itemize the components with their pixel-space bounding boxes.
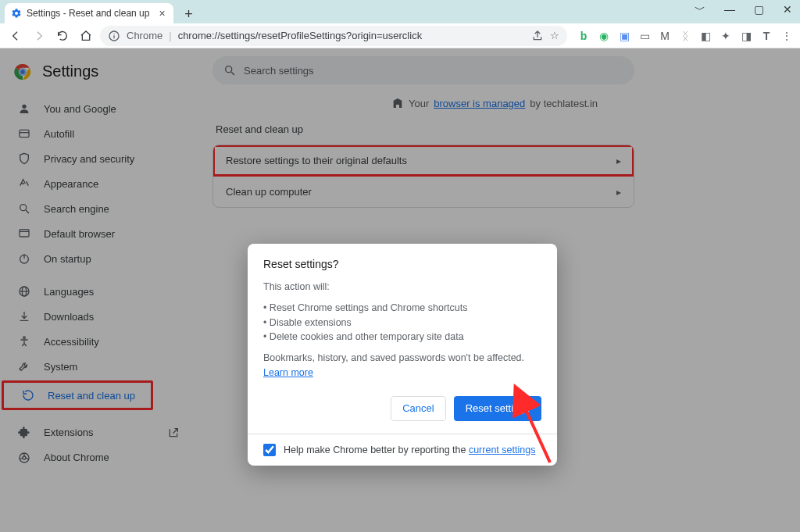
dialog-title: Reset settings? bbox=[263, 258, 541, 270]
svg-point-1 bbox=[113, 33, 114, 34]
maximize-icon[interactable]: ▢ bbox=[754, 3, 764, 17]
reset-settings-dialog: Reset settings? This action will: Reset … bbox=[248, 244, 557, 466]
dialog-bullet: Delete cookies and other temporary site … bbox=[263, 330, 541, 345]
report-text: Help make Chrome better by reporting the… bbox=[284, 445, 535, 455]
report-checkbox[interactable] bbox=[263, 444, 276, 456]
ext-icon[interactable]: T bbox=[759, 30, 773, 42]
home-button[interactable] bbox=[77, 27, 95, 45]
dialog-intro: This action will: bbox=[263, 280, 541, 295]
caret-down-icon[interactable]: ﹀ bbox=[695, 3, 705, 17]
tab-title: Settings - Reset and clean up bbox=[27, 8, 149, 19]
dialog-note: Bookmarks, history, and saved passwords … bbox=[263, 351, 541, 380]
dialog-bullet: Reset Chrome settings and Chrome shortcu… bbox=[263, 301, 541, 316]
tabstrip: Settings - Reset and clean up × + bbox=[0, 0, 800, 23]
url-text: chrome://settings/resetProfileSettings?o… bbox=[178, 30, 423, 41]
extensions-puzzle-icon[interactable]: ✦ bbox=[719, 30, 733, 42]
site-info-icon[interactable] bbox=[108, 30, 120, 42]
address-bar[interactable]: Chrome | chrome://settings/resetProfileS… bbox=[100, 26, 567, 46]
minimize-icon[interactable]: — bbox=[724, 3, 735, 17]
dialog-bullet: Disable extensions bbox=[263, 316, 541, 330]
cancel-button[interactable]: Cancel bbox=[391, 396, 445, 421]
gear-icon bbox=[11, 8, 22, 19]
browser-tab[interactable]: Settings - Reset and clean up × bbox=[5, 3, 173, 23]
reload-button[interactable] bbox=[53, 27, 72, 45]
bookmark-star-icon[interactable]: ☆ bbox=[550, 30, 559, 41]
tab-close-icon[interactable]: × bbox=[159, 7, 165, 20]
ext-icon[interactable]: ◨ bbox=[739, 30, 753, 42]
chrome-menu-icon[interactable]: ⋮ bbox=[780, 30, 794, 42]
learn-more-link[interactable]: Learn more bbox=[263, 367, 313, 378]
forward-button[interactable] bbox=[30, 27, 48, 45]
close-window-icon[interactable]: ✕ bbox=[783, 3, 792, 17]
svg-line-24 bbox=[524, 406, 550, 462]
ext-icon[interactable]: b bbox=[577, 30, 591, 42]
ext-icon[interactable]: ▣ bbox=[617, 30, 631, 42]
ext-icon[interactable]: ◉ bbox=[597, 30, 611, 42]
extensions-toolbar: b ◉ ▣ ▭ M ᛝ ◧ ✦ ◨ T ⋮ bbox=[577, 30, 794, 42]
annotation-arrow bbox=[515, 400, 562, 473]
back-button[interactable] bbox=[6, 27, 25, 45]
ext-icon[interactable]: M bbox=[658, 30, 672, 42]
new-tab-button[interactable]: + bbox=[180, 5, 198, 23]
ext-icon[interactable]: ◧ bbox=[698, 30, 712, 42]
browser-toolbar: Chrome | chrome://settings/resetProfileS… bbox=[0, 23, 800, 48]
ext-icon[interactable]: ▭ bbox=[638, 30, 652, 42]
share-icon[interactable] bbox=[531, 30, 544, 42]
ext-icon[interactable]: ᛝ bbox=[678, 30, 692, 42]
url-scheme-label: Chrome bbox=[127, 30, 162, 41]
